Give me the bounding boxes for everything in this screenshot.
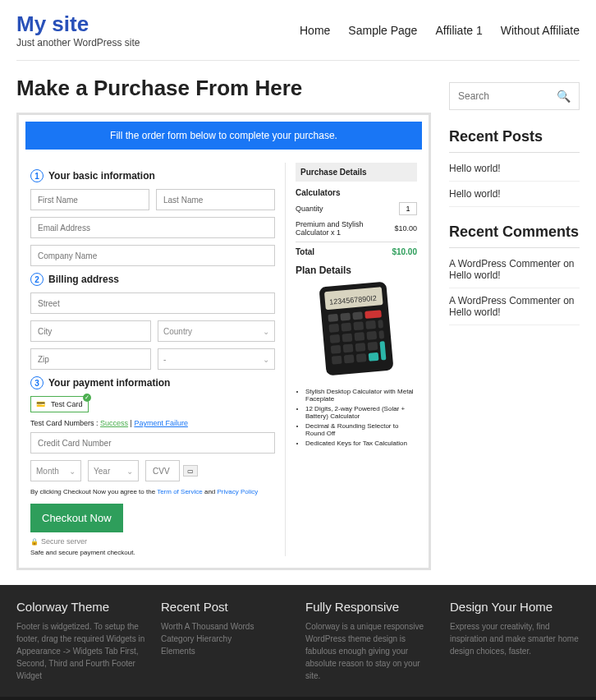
product-name: Calculators (296, 188, 417, 197)
total-value: $10.00 (392, 247, 417, 256)
product-image: 1234567890I2 (296, 279, 417, 380)
footer-recent-post-link[interactable]: Elements (161, 645, 291, 657)
street-input[interactable] (30, 292, 275, 314)
secure-server: Secure server (30, 537, 275, 546)
tos-text: By clicking Checkout Now you agree to th… (30, 488, 275, 495)
city-input[interactable] (30, 320, 151, 342)
quantity-label: Quantity (296, 205, 323, 213)
svg-rect-13 (342, 334, 353, 343)
svg-rect-18 (343, 343, 354, 352)
first-name-input[interactable] (30, 189, 149, 210)
nav-without-affiliate[interactable]: Without Affiliate (501, 24, 580, 37)
svg-rect-20 (368, 342, 378, 351)
site-header: My site Just another WordPress site Home… (0, 0, 596, 60)
recent-post-link[interactable]: Hello world! (449, 156, 580, 182)
footer-col-1-heading: Colorway Theme (16, 600, 146, 614)
recent-comment-link[interactable]: A WordPress Commenter on Hello world! (449, 251, 580, 288)
svg-rect-24 (356, 353, 367, 362)
zip-input[interactable] (30, 348, 151, 370)
test-failure-link[interactable]: Payment Failure (134, 419, 188, 427)
calculator-icon: 1234567890I2 (311, 279, 401, 378)
total-label: Total (296, 247, 314, 256)
test-success-link[interactable]: Success (100, 419, 128, 427)
tos-link[interactable]: Term of Service (157, 488, 203, 495)
plan-details-heading: Plan Details (296, 265, 417, 276)
svg-rect-23 (344, 354, 355, 363)
svg-rect-12 (330, 334, 341, 343)
step-1-heading: 1 Your basic information (30, 169, 275, 182)
email-input[interactable] (30, 217, 275, 238)
footer-recent-post-link[interactable]: Worth A Thousand Words (161, 620, 291, 633)
last-name-input[interactable] (156, 189, 275, 210)
step-3-heading: 3 Your payment information (30, 376, 275, 389)
step-2-number: 2 (30, 273, 44, 286)
search-input[interactable] (458, 90, 557, 102)
primary-nav: Home Sample Page Affiliate 1 Without Aff… (300, 24, 580, 37)
recent-posts-heading: Recent Posts (449, 128, 580, 145)
svg-rect-17 (331, 345, 342, 354)
payment-method-chip[interactable]: Test Card (30, 396, 89, 412)
svg-rect-8 (341, 323, 351, 332)
site-title[interactable]: My site (16, 12, 140, 37)
nav-home[interactable]: Home (300, 24, 330, 37)
site-tagline: Just another WordPress site (16, 37, 140, 48)
line-item: Premium and Stylish Calculator x 1 (296, 220, 369, 237)
checkout-button[interactable]: Checkout Now (30, 504, 123, 532)
year-select[interactable]: Year (88, 460, 139, 481)
search-widget: 🔍 (449, 82, 580, 110)
month-select[interactable]: Month (30, 460, 81, 481)
plan-bullet: 12 Digits, 2-way Powered (Solar + Batter… (305, 405, 417, 420)
svg-rect-25 (369, 352, 379, 362)
svg-rect-22 (332, 356, 342, 365)
footer-bar: My site - Just another WordPress site Co… (0, 697, 596, 700)
svg-rect-3 (328, 314, 338, 322)
step-2-label: Billing address (48, 274, 119, 285)
svg-rect-6 (364, 310, 382, 319)
recent-comments-heading: Recent Comments (449, 223, 580, 241)
footer-col-4-body: Express your creativity, find inspiratio… (450, 620, 580, 657)
step-1-label: Your basic information (48, 170, 155, 182)
lock-icon (30, 537, 41, 546)
plan-bullet: Dedicated Keys for Tax Calculation (305, 440, 417, 447)
test-card-line: Test Card Numbers : Success | Payment Fa… (30, 419, 275, 427)
search-icon[interactable]: 🔍 (557, 90, 571, 103)
step-2-heading: 2 Billing address (30, 273, 275, 286)
recent-comment-link[interactable]: A WordPress Commenter on Hello world! (449, 288, 580, 325)
line-item-price: $10.00 (394, 224, 417, 233)
step-3-number: 3 (30, 376, 44, 389)
recent-post-link[interactable]: Hello world! (449, 182, 580, 207)
credit-card-icon (36, 400, 48, 408)
cvv-input[interactable] (145, 460, 180, 481)
svg-rect-9 (353, 321, 364, 330)
plan-bullets: Stylish Desktop Calculator with Metal Fa… (296, 388, 417, 447)
card-number-input[interactable] (30, 432, 275, 454)
purchase-details-heading: Purchase Details (296, 163, 417, 182)
company-input[interactable] (30, 245, 275, 266)
footer-col-3-body: Colorway is a unique responsive WordPres… (305, 620, 435, 682)
state-select[interactable]: - (158, 348, 275, 370)
card-chip-label: Test Card (51, 400, 83, 408)
svg-rect-4 (340, 313, 351, 321)
footer-col-3-heading: Fully Responsive (305, 600, 435, 614)
footer-col-2-heading: Recent Post (161, 600, 291, 614)
secure-note: Safe and secure payment checkout. (30, 549, 275, 556)
svg-rect-10 (365, 320, 376, 329)
svg-rect-5 (352, 311, 363, 320)
card-back-icon: ▭ (183, 465, 198, 477)
country-select[interactable]: Country (158, 320, 275, 342)
svg-rect-14 (354, 332, 364, 341)
privacy-link[interactable]: Privacy Policy (218, 488, 259, 495)
footer: Colorway Theme Footer is widgetized. To … (0, 585, 596, 697)
quantity-input[interactable] (399, 202, 417, 215)
order-banner: Fill the order form below to complete yo… (25, 122, 422, 150)
svg-rect-7 (328, 324, 339, 333)
nav-sample-page[interactable]: Sample Page (348, 24, 417, 37)
plan-bullet: Stylish Desktop Calculator with Metal Fa… (305, 388, 417, 403)
footer-col-1-body: Footer is widgetized. To setup the foote… (16, 620, 146, 682)
plan-bullet: Decimal & Rounding Selector to Round Off (305, 422, 417, 437)
svg-rect-19 (355, 343, 366, 352)
nav-affiliate-1[interactable]: Affiliate 1 (435, 24, 482, 37)
footer-recent-post-link[interactable]: Category Hierarchy (161, 633, 291, 645)
svg-rect-16 (378, 330, 384, 338)
svg-rect-11 (378, 320, 383, 328)
